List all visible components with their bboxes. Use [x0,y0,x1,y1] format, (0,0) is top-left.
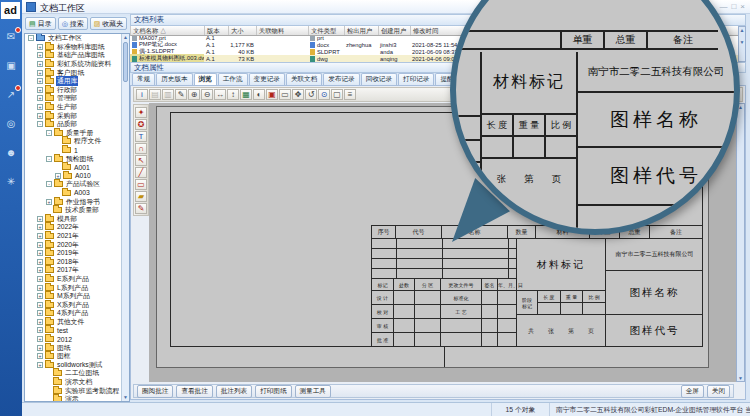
tree-expander-icon[interactable]: - [28,35,34,41]
tree-expander-icon[interactable] [54,147,60,153]
property-tab[interactable]: 发布记录 [323,73,359,85]
rail-icon[interactable]: ✳ [4,175,18,189]
viewer-tool-button[interactable]: ◐ [253,89,265,100]
tree-item[interactable]: + test [25,326,129,335]
viewer-action-button[interactable]: 全屏 [681,385,704,398]
tree-expander-icon[interactable]: + [37,95,43,101]
column-header[interactable]: 检出用户 [345,26,379,35]
scroll-up-icon[interactable]: ▲ [122,34,129,41]
annotation-action-button[interactable]: 查看批注 [176,385,212,398]
tree-item[interactable]: + 图纸 [25,343,129,352]
column-header[interactable]: 文档名称 △ [131,26,205,35]
tree-item[interactable]: - 产品试验区 [25,180,129,189]
annotation-tool-button[interactable]: ✦ [135,107,147,118]
tree-item[interactable]: - 预检图纸 [25,154,129,163]
viewer-tool-button[interactable]: ↕ [227,89,239,100]
tree-expander-icon[interactable]: + [37,353,43,359]
tree-expander-icon[interactable]: + [37,61,43,67]
tree-expander-icon[interactable] [54,164,60,170]
annotation-action-button[interactable]: 圈阅批注 [137,385,173,398]
rail-icon[interactable]: ◎ [4,117,18,131]
viewer-tool-button[interactable]: ▥ [162,89,174,100]
tree-expander-icon[interactable]: + [37,44,43,50]
annotation-tool-button[interactable]: ▰ [135,191,147,202]
tree-expander-icon[interactable]: + [37,276,43,282]
tree-expander-icon[interactable]: + [37,250,43,256]
annotation-tool-button[interactable]: ✎ [135,203,147,214]
rail-icon[interactable]: ↗ [4,88,18,102]
tree-expander-icon[interactable]: + [37,336,43,342]
column-header[interactable]: 版本 [205,26,229,35]
annotation-tool-button[interactable]: ╱ [135,167,147,178]
viewer-tool-button[interactable]: ✎ [175,89,187,100]
tree-expander-icon[interactable]: + [37,285,43,291]
annotation-tool-button[interactable]: ✪ [135,119,147,130]
tree-item[interactable]: 演示 [25,395,129,402]
property-tab[interactable]: 回收记录 [361,73,397,85]
tree-expander-icon[interactable]: + [37,242,43,248]
column-header[interactable]: 大小 [229,26,257,35]
viewer-tool-button[interactable]: ↺ [305,89,317,100]
property-tab[interactable]: 打印记录 [398,73,434,85]
viewer-tool-button[interactable]: ▭ [279,89,291,100]
maximize-button[interactable]: □ [731,2,736,11]
tree-expander-icon[interactable]: + [37,78,43,84]
sidebar-tab[interactable]: ▤ 目录 [25,17,56,30]
viewer-tool-button[interactable]: ▢ [331,89,343,100]
property-tab[interactable]: 工作流 [218,73,248,85]
tree-item[interactable]: + 2012 [25,335,129,344]
viewer-tool-button[interactable]: ▣ [266,89,278,100]
tree-expander-icon[interactable]: + [37,302,43,308]
column-header[interactable]: 创建用户 [379,26,411,35]
tree-expander-icon[interactable] [45,370,51,376]
property-tab[interactable]: 常规 [132,73,155,85]
tree-expander-icon[interactable] [54,190,60,196]
annotation-action-button[interactable]: 测量工具 [295,385,331,398]
tree-expander-icon[interactable]: + [37,362,43,368]
annotation-tool-button[interactable]: ∩ [135,143,147,154]
scroll-down-icon[interactable]: ▼ [122,394,129,401]
tree-expander-icon[interactable] [54,138,60,144]
column-header[interactable]: 关联物料 [257,26,309,35]
tree-expander-icon[interactable]: + [37,233,43,239]
rail-icon[interactable]: ☻ [4,146,18,160]
canvas-scrollbar[interactable]: ▲▼ [736,103,745,382]
sidebar-tab[interactable]: ◎ 搜索 [58,17,88,30]
tree-expander-icon[interactable]: + [37,319,43,325]
tree-scrollbar[interactable]: ▲ ▼ [121,34,129,401]
viewer-tool-button[interactable]: ↔ [214,89,226,100]
viewer-tool-button[interactable]: ✥ [292,89,304,100]
viewer-tool-button[interactable]: ⊕ [188,89,200,100]
annotation-tool-button[interactable]: ▭ [135,179,147,190]
rail-icon[interactable]: ✉ [4,30,18,44]
tree-expander-icon[interactable]: - [46,130,52,136]
property-tab[interactable]: 关联文档 [286,73,322,85]
tree-expander-icon[interactable]: + [37,345,43,351]
viewer-tool-button[interactable]: ▤ [149,89,161,100]
tree-expander-icon[interactable]: + [37,259,43,265]
property-tab[interactable]: 历史版本 [156,73,192,85]
annotation-tool-button[interactable]: ↖ [135,155,147,166]
tree-expander-icon[interactable] [45,379,51,385]
minimize-button[interactable]: — [719,2,727,11]
tree-item[interactable]: 程序文件 [25,137,129,146]
tree-expander-icon[interactable] [45,388,51,394]
close-button[interactable]: × [740,2,745,11]
tree-expander-icon[interactable]: + [37,267,43,273]
rail-icon[interactable]: ▣ [4,59,18,73]
tree-expander-icon[interactable]: + [55,173,61,179]
annotation-action-button[interactable]: 打印图纸 [255,385,291,398]
tree-expander-icon[interactable]: + [37,52,43,58]
viewer-tool-button[interactable]: ⊖ [201,89,213,100]
scrollbar-thumb[interactable] [123,42,128,82]
tree-expander-icon[interactable]: + [37,327,43,333]
sidebar-tab[interactable]: ▨ 收藏夹 [90,17,128,30]
annotation-action-button[interactable]: 批注列表 [216,385,252,398]
tree-expander-icon[interactable]: - [46,156,52,162]
tree-expander-icon[interactable]: + [37,70,43,76]
tree-expander-icon[interactable]: + [37,87,43,93]
tree-expander-icon[interactable]: + [37,310,43,316]
column-header[interactable]: 文件类型 [309,26,345,35]
tree-expander-icon[interactable]: + [37,216,43,222]
property-tab[interactable]: 变更记录 [249,73,285,85]
